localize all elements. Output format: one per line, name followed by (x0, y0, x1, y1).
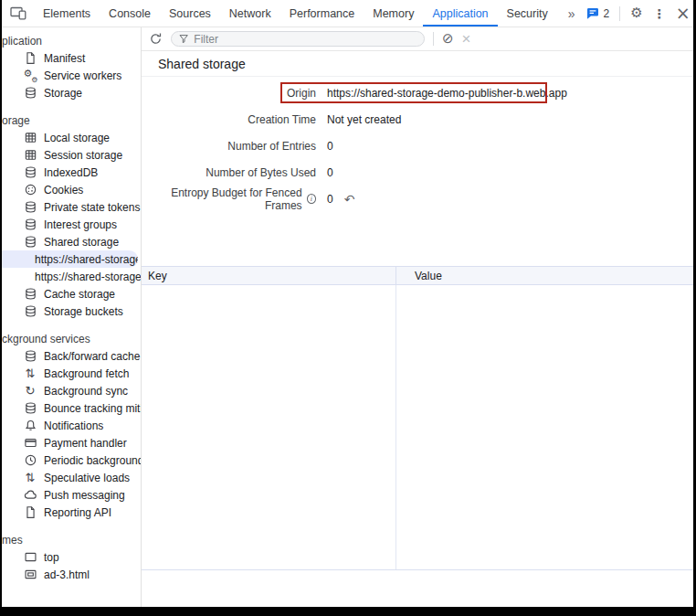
sidebar-item-label: Private state tokens (44, 201, 140, 214)
application-sidebar: plication Manifest ⚙⚙ Service workers St… (2, 27, 142, 607)
clear-all-icon[interactable]: ⊘ (442, 32, 454, 46)
section-header-background-services: ckground services (2, 332, 141, 347)
refresh-icon[interactable] (149, 32, 163, 46)
database-icon (23, 86, 37, 101)
tab-security[interactable]: Security (498, 0, 557, 27)
database-icon (23, 235, 37, 250)
kebab-menu-icon[interactable]: ⋮ (653, 7, 666, 20)
sidebar-item-background-sync[interactable]: ↻ Background sync (2, 382, 141, 399)
sidebar-item-cookies[interactable]: Cookies (2, 181, 141, 198)
sync-icon: ↻ (23, 384, 37, 398)
table-grid-icon (23, 148, 37, 163)
sidebar-item-shared-storage-origin-b-selected[interactable]: https://shared-storage-d… (2, 250, 138, 268)
issues-bubble-icon (586, 7, 599, 19)
sidebar-item-background-fetch[interactable]: ⇅ Background fetch (2, 365, 141, 382)
sidebar-item-label: Cache storage (44, 288, 115, 301)
filter-input[interactable] (194, 33, 417, 46)
sidebar-item-reporting-api[interactable]: Reporting API (2, 504, 141, 521)
payment-card-icon (23, 436, 37, 451)
database-icon (23, 304, 37, 319)
field-label: Number of Bytes Used (142, 166, 316, 179)
tab-sources[interactable]: Sources (160, 0, 220, 27)
tab-console[interactable]: Console (100, 0, 160, 27)
window-bottom-edge (2, 607, 693, 616)
field-value: 0 (327, 140, 333, 153)
sidebar-item-shared-storage-origin-2[interactable]: https://shared-storage-d… (2, 268, 141, 285)
device-toolbar-icon (10, 6, 26, 20)
field-label: Origin (142, 87, 316, 100)
tab-elements[interactable]: Elements (34, 0, 100, 27)
issues-count: 2 (604, 7, 610, 20)
up-down-arrows-icon: ⇅ (23, 471, 37, 485)
entries-table-body (142, 285, 693, 570)
settings-gear-icon[interactable]: ⚙ (630, 6, 642, 20)
file-icon (23, 51, 37, 66)
reset-budget-icon[interactable]: ↶ (344, 192, 355, 207)
delete-selected-icon[interactable]: × (462, 30, 471, 48)
sidebar-item-frame-top[interactable]: top (2, 548, 141, 566)
tab-application[interactable]: Application (423, 0, 497, 27)
sidebar-item-speculative-loads[interactable]: ⇅ Speculative loads (2, 469, 141, 486)
sidebar-item-label: Push messaging (44, 489, 125, 502)
entries-table-header: Key Value (142, 266, 693, 285)
cookie-icon (23, 183, 37, 197)
close-devtools-icon[interactable]: × (676, 5, 691, 22)
sidebar-item-label: Storage buckets (44, 305, 123, 318)
section-header-storage: orage (2, 113, 141, 129)
tab-network[interactable]: Network (220, 0, 280, 27)
filter-funnel-icon (179, 34, 188, 44)
file-icon (23, 505, 37, 520)
page-title: Shared storage (158, 57, 246, 71)
sidebar-item-periodic-background-sync[interactable]: Periodic background s… (2, 451, 141, 469)
sidebar-item-notifications[interactable]: Notifications (2, 417, 141, 434)
sidebar-item-local-storage[interactable]: Local storage (2, 129, 141, 146)
column-header-value[interactable]: Value (395, 267, 693, 284)
sidebar-item-label: IndexedDB (44, 166, 98, 179)
sidebar-item-label: Reporting API (44, 506, 111, 519)
sidebar-item-service-workers[interactable]: ⚙⚙ Service workers (2, 67, 141, 84)
field-value: 0 ↶ (327, 192, 354, 207)
column-header-key[interactable]: Key (142, 267, 395, 284)
sidebar-item-session-storage[interactable]: Session storage (2, 146, 141, 164)
sidebar-item-label: ad-3.html (44, 568, 90, 581)
sidebar-item-frame-ad-3[interactable]: ad-3.html (2, 566, 141, 583)
sidebar-item-manifest[interactable]: Manifest (2, 49, 141, 67)
sidebar-item-shared-storage[interactable]: Shared storage (2, 233, 141, 250)
up-down-arrows-icon: ⇅ (23, 366, 37, 381)
sidebar-item-back-forward-cache[interactable]: Back/forward cache (2, 347, 141, 365)
sidebar-item-label: https://shared-storage-d… (35, 253, 138, 266)
filter-box[interactable] (171, 31, 425, 47)
field-row-creation-time: Creation Time Not yet created (142, 106, 693, 133)
application-panel-body: plication Manifest ⚙⚙ Service workers St… (2, 27, 693, 607)
database-icon (23, 401, 37, 416)
table-grid-icon (23, 131, 37, 145)
sidebar-item-indexeddb[interactable]: IndexedDB (2, 164, 141, 181)
issues-button[interactable]: 2 (586, 7, 610, 20)
sidebar-item-storage-buckets[interactable]: Storage buckets (2, 303, 141, 320)
tabbar-actions: 2 ⚙ ⋮ × (586, 0, 696, 27)
page-title-row: Shared storage (142, 51, 693, 77)
content-toolbar: ⊘ × (142, 27, 693, 51)
toolbar-separator (433, 32, 434, 46)
entry-preview-pane (142, 570, 693, 607)
tab-performance[interactable]: Performance (280, 0, 364, 27)
sidebar-item-bounce-tracking-mitigations[interactable]: Bounce tracking mitiga… (2, 399, 141, 417)
more-tabs-button[interactable]: » (557, 0, 586, 27)
info-icon[interactable]: i (307, 194, 316, 204)
field-value: https://shared-storage-demo-publisher-b.… (327, 87, 567, 100)
sidebar-item-label: Background sync (44, 385, 128, 398)
field-label: Creation Time (142, 113, 316, 126)
tab-memory[interactable]: Memory (364, 0, 423, 27)
sidebar-item-cache-storage[interactable]: Cache storage (2, 285, 141, 303)
frame-icon (23, 550, 37, 565)
sidebar-item-storage[interactable]: Storage (2, 84, 141, 101)
database-icon (23, 165, 37, 180)
device-toolbar-button[interactable] (2, 0, 34, 27)
sidebar-item-payment-handler[interactable]: Payment handler (2, 434, 141, 451)
sidebar-item-label: Local storage (44, 132, 110, 144)
sidebar-item-private-state-tokens[interactable]: Private state tokens (2, 198, 141, 216)
sidebar-item-push-messaging[interactable]: Push messaging (2, 486, 141, 504)
sidebar-item-interest-groups[interactable]: Interest groups (2, 216, 141, 233)
field-row-entropy-budget: Entropy Budget for Fenced Frames i 0 ↶ (142, 186, 693, 212)
database-icon (23, 349, 37, 364)
